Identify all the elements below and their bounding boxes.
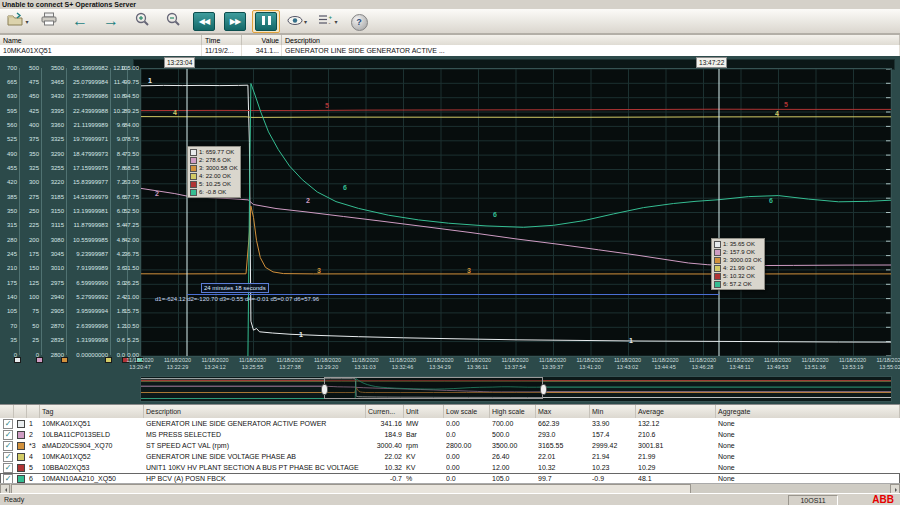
tag-table-column-header[interactable]: Max — [536, 405, 590, 418]
cell-tag: 10LBA11CP013SELD — [42, 429, 142, 440]
table-row[interactable]: 410MKA01XQ52GENERATOR LINE SIDE VOLTAGE … — [0, 451, 900, 462]
cell-num: 1 — [29, 418, 41, 429]
tag-table-column-header[interactable]: Low scale — [444, 405, 490, 418]
row-checkbox[interactable] — [3, 419, 13, 429]
print-button[interactable] — [35, 10, 63, 33]
plot-area[interactable]: 1112233445566624 minutes 18 secondsd1=-6… — [140, 68, 892, 357]
tag-table-column-header[interactable] — [14, 405, 27, 418]
tag-table-column-header[interactable]: Min — [590, 405, 636, 418]
tag-table-column-header[interactable]: Average — [636, 405, 716, 418]
abb-logo: ABB — [872, 494, 894, 505]
tooltip-value: 3: 3000.03 OK — [723, 257, 762, 263]
dropdown-arrow-icon[interactable]: ▾ — [25, 18, 28, 25]
cell-tag: 10BBA02XQ53 — [42, 462, 142, 473]
table-row[interactable]: 210LBA11CP013SELDMS PRESS SELECTED184.9B… — [0, 429, 900, 440]
navigator[interactable] — [140, 376, 892, 402]
table-row[interactable]: 110MKA01XQ51GENERATOR LINE SIDE GENERATO… — [0, 418, 900, 429]
info-row[interactable]: 10MKA01XQ51 11/19/2... 341.1... GENERATO… — [0, 45, 900, 56]
nav-handle-right[interactable] — [540, 384, 547, 395]
cell-average: 21.99 — [638, 451, 714, 462]
rewind-button[interactable]: ◀◀ — [190, 10, 218, 33]
tag-table-column-header[interactable]: Description — [144, 405, 366, 418]
curve-number-label: 1 — [299, 331, 303, 338]
visibility-button[interactable]: ▾ — [283, 10, 311, 33]
curve-number-label: 4 — [775, 110, 779, 117]
cell-num: *3 — [29, 440, 41, 451]
table-row[interactable]: *3aMAD20CS904_XQ70ST SPEED ACT VAL (rpm)… — [0, 440, 900, 451]
cell-unit: Bar — [406, 429, 442, 440]
help-button[interactable]: ? — [345, 10, 373, 33]
cursor-flag-1[interactable]: 13:23:04 — [164, 57, 195, 68]
tag-table-column-header[interactable] — [0, 405, 14, 418]
open-button[interactable]: ▾ — [4, 10, 32, 33]
trend-display-window: Unable to connect S+ Operations Server ▾… — [0, 0, 900, 505]
cell-min: 157.4 — [592, 429, 634, 440]
axis-tick-label: 57.75 — [0, 194, 139, 201]
pause-button[interactable] — [252, 10, 280, 33]
back-button[interactable]: ← — [66, 10, 94, 33]
curve-number-label: 3 — [467, 267, 471, 274]
dropdown-arrow-icon[interactable]: ▾ — [334, 18, 337, 25]
tooltip-row: 2: 157.9 OK — [714, 248, 762, 256]
scale-button[interactable]: +-▾ — [314, 10, 342, 33]
cursor-flag-2[interactable]: 13:47:22 — [696, 57, 727, 68]
tag-table-column-header[interactable]: Aggregate — [716, 405, 900, 418]
tooltip-row: 2: 278.6 OK — [190, 156, 238, 164]
axis-tick-label: 31.50 — [0, 265, 139, 272]
row-checkbox[interactable] — [3, 441, 13, 451]
cell-description: MS PRESS SELECTED — [146, 429, 364, 440]
cell-current: 10.32 — [360, 462, 402, 473]
tooltip-value: 2: 157.9 OK — [723, 249, 755, 255]
status-bar: Ready 10OS11 ABB — [0, 493, 900, 505]
row-checkbox[interactable] — [3, 430, 13, 440]
tag-table-column-header[interactable]: High scale — [490, 405, 536, 418]
tooltip-row: 4: 22.00 OK — [190, 172, 238, 180]
nav-selection[interactable] — [324, 377, 543, 399]
cell-aggregate: None — [718, 418, 798, 429]
zoom-in-button[interactable] — [128, 10, 156, 33]
tag-table-column-header[interactable]: Tag — [40, 405, 144, 418]
tooltip-value: 5: 10.25 OK — [199, 181, 231, 187]
y-axes: 7006656305955605254904554203853503152802… — [0, 56, 140, 404]
info-row-value: 341.1... — [242, 45, 282, 56]
cell-current: 22.02 — [360, 451, 402, 462]
cell-high: 700.00 — [492, 418, 534, 429]
scale-list-icon: +- — [318, 12, 333, 30]
forward-button[interactable]: → — [97, 10, 125, 33]
tooltip-series-chip — [190, 157, 197, 164]
dropdown-arrow-icon[interactable]: ▾ — [304, 18, 307, 25]
zoom-out-button[interactable] — [159, 10, 187, 33]
help-icon: ? — [351, 11, 368, 31]
fast-forward-button[interactable]: ▶▶ — [221, 10, 249, 33]
tooltip-row: 3: 3000.58 OK — [190, 164, 238, 172]
axis-tick-label: 73.50 — [0, 151, 139, 158]
tooltip-value: 6: -0.8 OK — [199, 189, 226, 195]
trend-area: 7006656305955605254904554203853503152802… — [0, 56, 900, 404]
curve-number-label: 5 — [325, 102, 329, 109]
tooltip-row: 6: -0.8 OK — [190, 188, 238, 196]
tag-table-column-header[interactable] — [27, 405, 40, 418]
table-row[interactable]: 510BBA02XQ53UNIT1 10KV HV PLANT SECTION … — [0, 462, 900, 473]
curve-number-label: 4 — [173, 109, 177, 116]
measure-deltas: d1=-624.12 d2=-120.70 d3=-0.55 d4=-0.01 … — [155, 296, 319, 302]
cell-unit: MW — [406, 418, 442, 429]
curve-color-chip — [17, 442, 25, 450]
row-checkbox[interactable] — [3, 452, 13, 462]
cell-tag: aMAD20CS904_XQ70 — [42, 440, 142, 451]
cell-average: 3001.81 — [638, 440, 714, 451]
axis-tick-label: 105.00 — [0, 65, 139, 72]
node-name: 10OS11 — [788, 495, 838, 505]
fast-forward-icon: ▶▶ — [224, 12, 246, 31]
tag-table-column-header[interactable]: Unit — [404, 405, 444, 418]
cell-max: 662.39 — [538, 418, 588, 429]
row-checkbox[interactable] — [3, 463, 13, 473]
tag-table-column-header[interactable]: Curren... — [366, 405, 404, 418]
cursor-tooltip-2: 1: 35.65 OK2: 157.9 OK3: 3000.03 OK4: 21… — [711, 238, 765, 290]
svg-text:+: + — [329, 14, 333, 20]
cell-max: 3165.55 — [538, 440, 588, 451]
cell-low: 0.00 — [446, 451, 488, 462]
nav-handle-left[interactable] — [321, 384, 328, 395]
folder-icon — [7, 12, 24, 30]
x-tick-label: 11/18/202013:55:02 — [868, 357, 900, 370]
curve-number-label: 1 — [629, 337, 633, 344]
